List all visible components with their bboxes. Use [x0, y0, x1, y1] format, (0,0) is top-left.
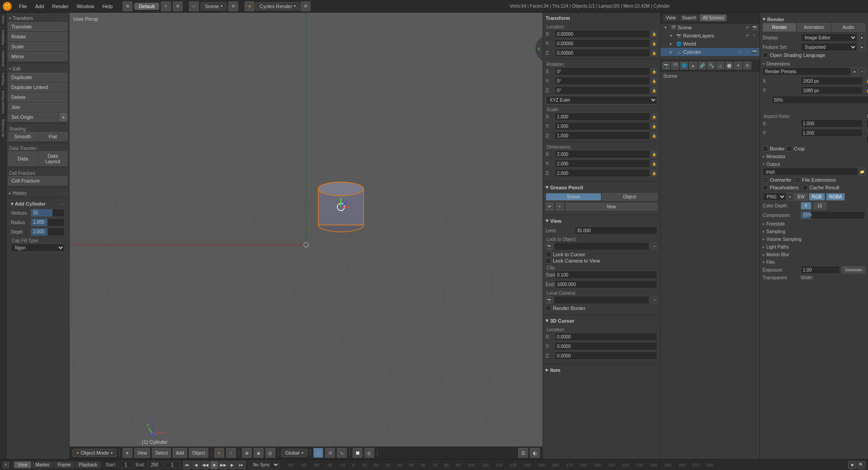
render-presets-input[interactable]: [763, 67, 851, 75]
local-cam-input[interactable]: [554, 296, 649, 304]
rot-x-input[interactable]: [555, 67, 650, 75]
rot-y-input[interactable]: [555, 77, 650, 85]
tools-label[interactable]: Tools: [1, 14, 5, 25]
end-frame-input[interactable]: [147, 461, 163, 468]
menu-add[interactable]: Add: [32, 3, 48, 10]
scale-icon[interactable]: ⤡: [337, 448, 347, 458]
osi-cb[interactable]: [763, 52, 768, 58]
outliner-all-scenes-tab[interactable]: All Scenes: [700, 14, 726, 21]
format-expand[interactable]: ▸: [787, 193, 793, 201]
loc-y-input[interactable]: [555, 39, 650, 47]
outliner-search-tab[interactable]: Search: [679, 14, 699, 21]
cap-fill-select[interactable]: Ngon: [11, 244, 65, 252]
feature-expand[interactable]: ▸: [859, 43, 865, 51]
clip-end-input[interactable]: [555, 280, 657, 288]
pivot-selector[interactable]: Global ▾: [281, 449, 307, 457]
gp-object-tab[interactable]: Object: [602, 193, 658, 201]
depth-slider[interactable]: 2.000: [31, 228, 65, 236]
radius-slider[interactable]: 1.000: [31, 218, 65, 226]
gp-new-btn[interactable]: New: [566, 203, 657, 211]
scene-item[interactable]: ▾ 🎬 Scene 👁 📷: [660, 24, 760, 32]
step-back-btn[interactable]: ◀: [192, 461, 200, 469]
stop-btn[interactable]: ■: [210, 461, 218, 469]
crop-cb[interactable]: [787, 146, 792, 151]
dim-x-input[interactable]: [555, 150, 650, 158]
play-back-btn[interactable]: ◀◀: [201, 461, 209, 469]
overwrite-cb[interactable]: [763, 177, 768, 183]
modifier-icon[interactable]: 🔧: [707, 61, 715, 70]
res-x-lock[interactable]: 🔒: [865, 78, 868, 84]
lock-camera-cb[interactable]: [546, 258, 551, 263]
scale-x-lock[interactable]: 🔒: [651, 113, 657, 120]
engine-selector[interactable]: Cycles Render ▾: [255, 2, 300, 10]
file-ext-cb[interactable]: [795, 177, 800, 183]
render-presets-expand[interactable]: ▸: [852, 67, 858, 75]
menu-render[interactable]: Render: [48, 3, 72, 10]
audio-tab-btn[interactable]: Audio: [832, 23, 865, 32]
history-expand[interactable]: —: [62, 191, 66, 196]
dim-x-lock[interactable]: 🔒: [651, 151, 657, 157]
playback-tab[interactable]: Playback: [75, 461, 101, 468]
depth-16-btn[interactable]: 16: [813, 202, 826, 210]
gp-add-icon[interactable]: +: [556, 202, 564, 211]
render-mode-icon[interactable]: ◎: [265, 448, 275, 458]
viewport-menu-icon[interactable]: ⊕: [123, 448, 132, 458]
mirror-btn[interactable]: Mirror: [8, 52, 67, 61]
view-tab[interactable]: View: [14, 461, 31, 468]
rot-z-input[interactable]: [555, 86, 650, 94]
scale-x-input[interactable]: [555, 113, 650, 121]
motion-blur-header[interactable]: ▸ Motion Blur: [763, 251, 865, 258]
output-path-input[interactable]: [763, 168, 858, 176]
volume-sampling-header[interactable]: ▸ Volume Sampling: [763, 236, 865, 243]
edit-expand[interactable]: —: [62, 67, 66, 71]
scene-render-btn[interactable]: 📷: [751, 24, 758, 31]
skip-start-btn[interactable]: ⏮: [183, 461, 191, 469]
render-border-cb[interactable]: [546, 306, 551, 311]
material-icon[interactable]: ⬤: [725, 61, 733, 70]
viewport-shading-icon[interactable]: ◐: [530, 448, 540, 458]
duplicate-btn[interactable]: Duplicate: [8, 73, 67, 82]
data-layout-btn[interactable]: Data Layout: [38, 151, 68, 166]
scene-prop-icon[interactable]: 🎬: [671, 61, 679, 70]
format-select[interactable]: PNG: [763, 193, 786, 201]
lock-obj-input[interactable]: [554, 242, 649, 250]
set-origin-btn[interactable]: Set Origin: [8, 113, 60, 122]
scene-close[interactable]: ✕: [228, 1, 238, 11]
current-frame-input[interactable]: [165, 461, 180, 468]
3d-printing-label[interactable]: 3D Printing: [1, 118, 5, 138]
object-prop-icon[interactable]: ▲: [689, 61, 697, 70]
loc-z-lock[interactable]: 🔒: [651, 50, 657, 56]
constraint-icon[interactable]: 🔗: [698, 61, 706, 70]
add-marker-btn[interactable]: ◆: [848, 461, 856, 469]
film-header[interactable]: ▾ Film: [763, 259, 865, 266]
dim-z-lock[interactable]: 🔒: [651, 170, 657, 176]
scale-btn[interactable]: Scale: [8, 42, 67, 51]
cyl-sel-btn[interactable]: ⊙: [744, 49, 750, 55]
display-expand[interactable]: ▸: [859, 33, 865, 42]
loc-y-lock[interactable]: 🔒: [651, 40, 657, 47]
bw-btn[interactable]: BW: [794, 193, 808, 201]
rl-vis-btn[interactable]: 👁: [744, 33, 750, 39]
local-cam-btn[interactable]: ↗: [651, 297, 657, 303]
scene-icon[interactable]: □: [189, 1, 199, 11]
set-origin-arrow[interactable]: ▸: [60, 113, 67, 122]
gaussian-btn[interactable]: Gaussian: [842, 266, 865, 273]
add-cylinder-title[interactable]: ▾ Add Cylinder —: [11, 200, 65, 209]
rot-x-lock[interactable]: 🔒: [651, 68, 657, 75]
cylinder-item[interactable]: ▸ △ Cylinder 👁 ⊙ 📷: [660, 48, 760, 56]
play-btn[interactable]: ▶▶: [219, 461, 227, 469]
dim-section-header[interactable]: ▾ Dimensions: [763, 61, 865, 67]
view-mode-icon[interactable]: ◈: [254, 448, 264, 458]
workspace-close[interactable]: ✕: [173, 1, 183, 11]
transform-mode-icon[interactable]: ⊕: [242, 448, 252, 458]
smooth-btn[interactable]: Smooth: [8, 132, 38, 141]
menu-file[interactable]: File: [15, 3, 31, 10]
timeline-zoom-btn[interactable]: 🔍: [857, 461, 865, 469]
menu-window[interactable]: Window: [73, 3, 98, 10]
time-o-input[interactable]: [866, 135, 868, 143]
rotate-icon[interactable]: ↺: [325, 448, 335, 458]
euler-select[interactable]: XYZ Euler: [546, 96, 657, 104]
res-y-lock[interactable]: 🔒: [865, 87, 868, 94]
render-presets-add[interactable]: +: [859, 67, 865, 75]
render-prop-icon[interactable]: 📷: [662, 61, 670, 70]
